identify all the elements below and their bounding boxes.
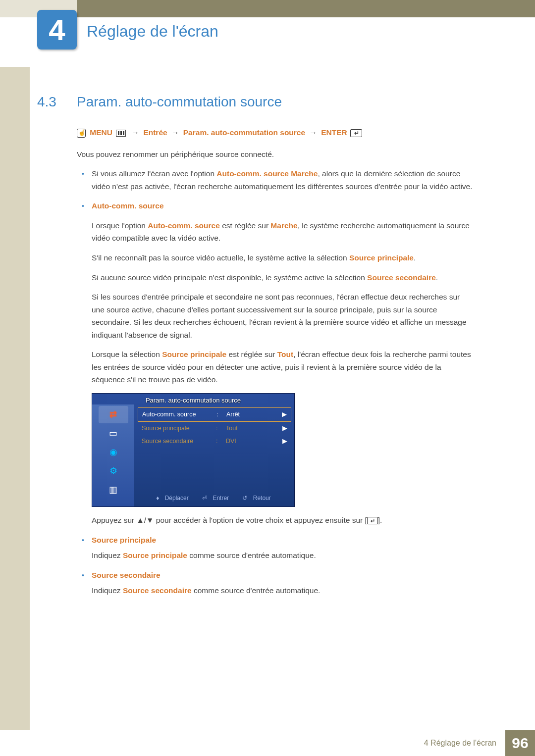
emphasis: Source secondaire: [123, 586, 192, 595]
text: Lorsque l'option: [92, 221, 148, 230]
nav-step-2: Param. auto-commutation source: [183, 128, 305, 137]
text: ].: [378, 516, 382, 524]
enter-icon: [350, 129, 362, 137]
footer-chapter-label: 4 Réglage de l'écran: [415, 730, 505, 756]
bullet-title: Auto-comm. source: [92, 200, 473, 212]
osd-colon: :: [216, 423, 226, 434]
osd-row-value: Arrêt: [226, 409, 266, 420]
osd-tab-sound-icon: ◉: [99, 444, 128, 461]
bullet-source-principale: Source principale Indiquez Source princi…: [77, 534, 473, 562]
bullet-auto-comm-marche: Si vous allumez l'écran avec l'option Au…: [77, 167, 473, 193]
arrow-icon: →: [132, 128, 140, 137]
osd-row-label: Source secondaire: [142, 436, 216, 447]
hand-icon: [77, 129, 86, 138]
osd-tab-input-icon: ⇄: [99, 406, 128, 423]
chevron-right-icon: ▶: [266, 436, 287, 447]
osd-row-label: Auto-comm. source: [142, 409, 216, 420]
text: Indiquez: [92, 551, 123, 559]
text: S'il ne reconnaît pas la source vidéo ac…: [92, 253, 349, 262]
osd-footer-hints: ♦ Déplacer ⏎ Entrer ↺ Retour: [137, 494, 294, 504]
content-column: MENU → Entrée → Param. auto-commutation …: [77, 126, 473, 604]
text: Si aucune source vidéo principale n'est …: [92, 273, 367, 282]
text: comme source d'entrée automatique.: [187, 551, 316, 559]
text: comme source d'entrée automatique.: [192, 586, 321, 595]
emphasis: Source secondaire: [367, 273, 436, 282]
osd-hint-enter: ⏎ Entrer: [202, 495, 233, 502]
bullet-title: Source principale: [92, 534, 473, 547]
arrow-icon: →: [309, 128, 317, 137]
emphasis: Auto-comm. source Marche: [216, 169, 318, 178]
osd-tab-setup-icon: ⚙: [99, 462, 128, 480]
text: Si vous allumez l'écran avec l'option: [92, 169, 216, 178]
emphasis: Source principale: [162, 350, 226, 358]
paragraph: Lorsque la sélection Source principale e…: [77, 348, 473, 386]
paragraph: Lorsque l'option Auto-comm. source est r…: [77, 219, 473, 245]
bullet-auto-comm-source: Auto-comm. source: [77, 200, 473, 212]
chevron-right-icon: ▶: [266, 423, 287, 434]
osd-screenshot: Param. auto-commutation source ⇄ ▭ ◉ ⚙ ▥…: [92, 393, 295, 507]
page-footer: 4 Réglage de l'écran 96: [0, 730, 535, 756]
header-bar: [0, 0, 535, 17]
chapter-title: Réglage de l'écran: [87, 22, 218, 41]
osd-row-value: DVI: [226, 436, 266, 447]
menu-navigation-path: MENU → Entrée → Param. auto-commutation …: [77, 126, 473, 139]
osd-row: Source secondaire : DVI ▶: [138, 435, 291, 448]
text: .: [414, 253, 416, 262]
nav-step-1: Entrée: [143, 128, 167, 137]
osd-hint-return: ↺ Retour: [242, 495, 274, 502]
text: Lorsque la sélection: [92, 350, 162, 358]
osd-menu-list: Auto-comm. source : Arrêt ▶ Source princ…: [138, 407, 291, 448]
nav-enter-label: ENTER: [321, 128, 347, 137]
up-down-keys: ▲/▼: [136, 516, 154, 524]
emphasis: Source principale: [349, 253, 414, 262]
footer-page-number: 96: [505, 730, 535, 756]
osd-row-selected: Auto-comm. source : Arrêt ▶: [138, 407, 291, 422]
osd-row-label: Source principale: [142, 423, 216, 434]
osd-sidebar: ⇄ ▭ ◉ ⚙ ▥: [92, 404, 134, 506]
emphasis: Source principale: [123, 551, 187, 559]
emphasis: Auto-comm. source: [148, 221, 220, 230]
menu-icon: [116, 130, 126, 137]
osd-hint-move: ♦ Déplacer: [156, 495, 193, 502]
text: Indiquez: [92, 586, 123, 595]
enter-icon: [367, 517, 378, 524]
chapter-badge: 4: [37, 10, 77, 50]
osd-tab-multi-icon: ▥: [99, 481, 128, 499]
arrow-icon: →: [171, 128, 179, 137]
section-title: Param. auto-commutation source: [77, 94, 282, 110]
intro-paragraph: Vous pouvez renommer un périphérique sou…: [77, 148, 473, 161]
section-number: 4.3: [37, 94, 56, 110]
paragraph: S'il ne reconnaît pas la source vidéo ac…: [77, 252, 473, 264]
emphasis: Marche: [270, 221, 297, 230]
nav-menu-label: MENU: [90, 128, 112, 137]
bullet-source-secondaire: Source secondaire Indiquez Source second…: [77, 569, 473, 597]
text: pour accéder à l'option de votre choix e…: [154, 516, 367, 524]
text: est réglée sur: [226, 350, 277, 358]
paragraph: Si les sources d'entrée principale et se…: [77, 291, 473, 341]
text: Appuyez sur: [92, 516, 136, 524]
text: est réglée sur: [220, 221, 271, 230]
paragraph: Si aucune source vidéo principale n'est …: [77, 271, 473, 284]
left-margin-bar: [0, 67, 30, 730]
osd-colon: :: [216, 436, 226, 447]
osd-tab-picture-icon: ▭: [99, 425, 128, 442]
chevron-right-icon: ▶: [266, 409, 287, 420]
osd-colon: :: [216, 409, 226, 420]
bullet-title: Source secondaire: [92, 569, 473, 582]
emphasis: Tout: [277, 350, 293, 358]
osd-row-value: Tout: [226, 423, 266, 434]
post-osd-instruction: Appuyez sur ▲/▼ pour accéder à l'option …: [77, 514, 473, 527]
osd-row: Source principale : Tout ▶: [138, 422, 291, 435]
text: .: [436, 273, 438, 282]
